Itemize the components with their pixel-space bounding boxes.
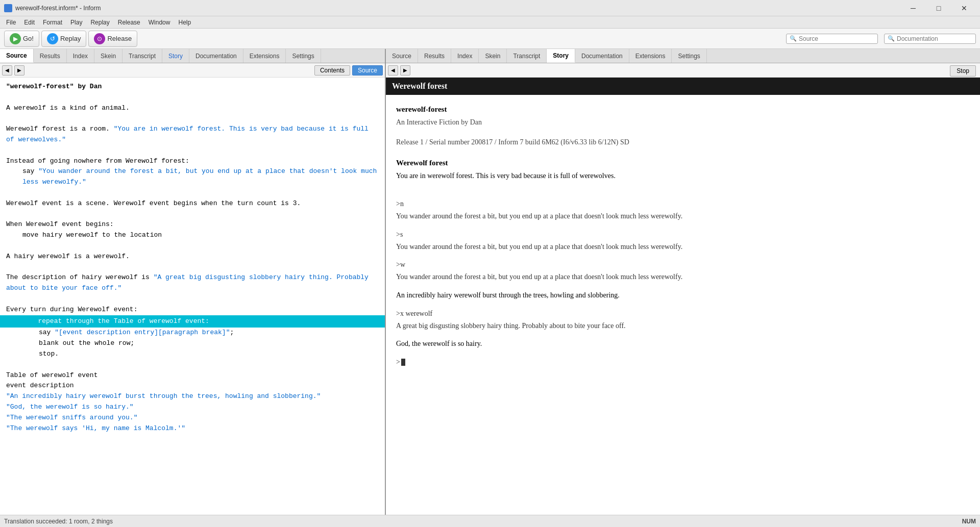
app-icon (4, 4, 12, 12)
source-line-4: say "You wander around the forest a bit,… (22, 166, 379, 188)
source-string-6: "God, the werewolf is so hairy." (6, 403, 134, 411)
source-search-input[interactable] (799, 35, 870, 42)
menu-help[interactable]: Help (174, 18, 195, 27)
source-string-7: "The werewolf sniffs around you." (6, 414, 137, 421)
cmd-3: >w (396, 259, 970, 271)
story-content[interactable]: werewolf-forest An Interactive Fiction b… (386, 95, 980, 515)
source-blank-6 (6, 241, 379, 252)
source-string-1: "You are in werewolf forest. This is ver… (6, 125, 373, 143)
story-prompt-symbol: > (396, 356, 400, 368)
nav-forward-right[interactable]: ▶ (400, 65, 410, 76)
release-button[interactable]: ⊙ Release (88, 31, 137, 47)
cmd-1: >n (396, 198, 970, 210)
menu-window[interactable]: Window (144, 18, 175, 27)
source-line-17: "God, the werewolf is so hairy." (6, 402, 379, 413)
source-line-12: blank out the whole row; (39, 338, 379, 349)
menu-edit[interactable]: Edit (20, 18, 39, 27)
tab-settings-right[interactable]: Settings (672, 49, 706, 63)
nav-source-left[interactable]: Source (352, 65, 383, 76)
go-icon: ▶ (10, 33, 21, 44)
release-icon: ⊙ (94, 33, 105, 44)
tab-source-right[interactable]: Source (386, 49, 418, 63)
menu-release[interactable]: Release (114, 18, 144, 27)
toolbar: ▶ Go! ↺ Replay ⊙ Release 🔍 🔍 (0, 29, 980, 49)
left-tab-bar: Source Results Index Skein Transcript St… (0, 49, 385, 63)
source-line-5: Werewolf event is a scene. Werewolf even… (6, 198, 379, 209)
source-line-7: move hairy werewolf to the location (22, 230, 379, 241)
source-line-19: "The werewolf says 'Hi, my name is Malco… (6, 423, 379, 434)
source-string-8: "The werewolf says 'Hi, my name is Malco… (6, 424, 185, 432)
right-tab-bar: Source Results Index Skein Transcript St… (386, 49, 980, 63)
tab-story-right[interactable]: Story (547, 49, 575, 63)
nav-forward-left[interactable]: ▶ (14, 65, 24, 76)
tab-skein-left[interactable]: Skein (94, 49, 122, 63)
source-line-16: "An incredibly hairy werewolf burst thro… (6, 391, 379, 402)
source-line-14: Table of werewolf event (6, 370, 379, 381)
resp-3: You wander around the forest a bit, but … (396, 271, 970, 283)
source-editor[interactable]: "werewolf-forest" by Dan A werewolf is a… (0, 78, 385, 515)
nav-contents-left[interactable]: Contents (314, 65, 350, 76)
menu-replay[interactable]: Replay (86, 18, 113, 27)
replay-icon: ↺ (47, 33, 58, 44)
close-button[interactable]: ✕ (952, 2, 976, 14)
story-location: Werewolf forest (396, 157, 970, 170)
maximize-button[interactable]: □ (927, 2, 950, 14)
tab-documentation-left[interactable]: Documentation (189, 49, 243, 63)
menubar: File Edit Format Play Replay Release Win… (0, 16, 980, 29)
source-line-15: event description (6, 381, 379, 391)
tab-documentation-right[interactable]: Documentation (575, 49, 629, 63)
story-title-text: Werewolf forest (392, 82, 447, 90)
tab-extensions-left[interactable]: Extensions (243, 49, 286, 63)
game-title: werewolf-forest (396, 103, 970, 116)
tab-story-left[interactable]: Story (162, 49, 189, 63)
source-line-6: When Werewolf event begins: (6, 219, 379, 230)
story-cursor (401, 359, 405, 366)
stop-button[interactable]: Stop (950, 65, 976, 77)
nav-back-right[interactable]: ◀ (388, 65, 398, 76)
go-label: Go! (23, 35, 34, 42)
left-content-nav: ◀ ▶ Contents Source (0, 63, 385, 78)
doc-search-input[interactable] (897, 35, 968, 42)
status-text: Translation succeeded: 1 room, 2 things (4, 518, 113, 525)
source-blank-4 (6, 188, 379, 198)
tab-settings-left[interactable]: Settings (286, 49, 321, 63)
source-blank-9 (6, 360, 379, 370)
resp-4b: God, the werewolf is so hairy. (396, 338, 970, 350)
menu-file[interactable]: File (2, 18, 20, 27)
source-line-13: stop. (39, 349, 379, 360)
source-string-4: "[event description entry][paragraph bre… (55, 329, 230, 336)
source-line-title: "werewolf-forest" by Dan (6, 82, 379, 92)
source-search-box[interactable]: 🔍 (786, 34, 878, 44)
tab-index-left[interactable]: Index (67, 49, 94, 63)
tab-transcript-left[interactable]: Transcript (122, 49, 162, 63)
tab-results-left[interactable]: Results (34, 49, 67, 63)
tab-index-right[interactable]: Index (451, 49, 479, 63)
right-panel: Source Results Index Skein Transcript St… (386, 49, 980, 515)
status-num: NUM (962, 518, 976, 525)
menu-play[interactable]: Play (66, 18, 86, 27)
tab-source-left[interactable]: Source (0, 49, 34, 63)
tab-extensions-right[interactable]: Extensions (629, 49, 672, 63)
menu-format[interactable]: Format (39, 18, 66, 27)
go-button[interactable]: ▶ Go! (4, 31, 39, 47)
resp-2: You wander around the forest a bit, but … (396, 241, 970, 253)
tab-skein-right[interactable]: Skein (479, 49, 507, 63)
source-line-2: Werewolf forest is a room. "You are in w… (6, 124, 379, 145)
tab-transcript-right[interactable]: Transcript (507, 49, 547, 63)
minimize-button[interactable]: ─ (901, 2, 925, 14)
story-prompt-line: > (396, 356, 970, 368)
source-line-8: A hairy werewolf is a werewolf. (6, 252, 379, 262)
source-line-3: Instead of going nowhere from Werewolf f… (6, 156, 379, 167)
game-subtitle: An Interactive Fiction by Dan (396, 116, 970, 129)
doc-search-icon: 🔍 (888, 35, 895, 42)
source-string-5: "An incredibly hairy werewolf burst thro… (6, 392, 321, 400)
tab-results-right[interactable]: Results (418, 49, 451, 63)
left-panel: Source Results Index Skein Transcript St… (0, 49, 386, 515)
resp-4: A great big disgusting slobbery hairy th… (396, 320, 970, 332)
doc-search-box[interactable]: 🔍 (884, 34, 976, 44)
nav-back-left[interactable]: ◀ (2, 65, 12, 76)
replay-button[interactable]: ↺ Replay (41, 31, 86, 47)
replay-label: Replay (60, 35, 81, 42)
source-blank-5 (6, 209, 379, 220)
source-line-1: A werewolf is a kind of animal. (6, 103, 379, 114)
